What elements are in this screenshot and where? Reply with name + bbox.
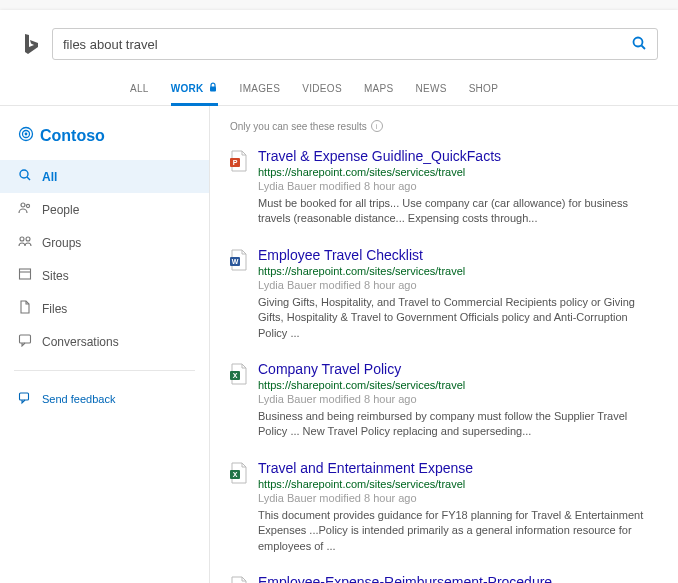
app-window: ALL WORK IMAGES VIDEOS MAPS NEWS SHOP — [0, 10, 678, 583]
search-input[interactable] — [63, 37, 631, 52]
result-url: https://sharepoint.com/sites/services/tr… — [258, 166, 658, 178]
file-type-icon: X — [230, 361, 248, 440]
chat-icon — [18, 333, 32, 350]
privacy-note: Only you can see these results i — [230, 120, 658, 132]
svg-text:X: X — [233, 372, 238, 379]
result-title-link[interactable]: Company Travel Policy — [258, 361, 658, 377]
file-type-icon: W — [230, 574, 248, 583]
svg-rect-15 — [20, 393, 29, 400]
result-meta: Lydia Bauer modified 8 hour ago — [258, 393, 658, 405]
feedback-label: Send feedback — [42, 393, 115, 405]
search-result: P Travel & Expense Guidline_QuickFacts h… — [230, 148, 658, 227]
search-result: X Travel and Entertainment Expense https… — [230, 460, 658, 554]
sidebar: Contoso All People Groups — [0, 106, 210, 583]
sidebar-item-label: People — [42, 203, 79, 217]
search-result: W Employee Travel Checklist https://shar… — [230, 247, 658, 341]
sidebar-item-label: Files — [42, 302, 67, 316]
content-body: Contoso All People Groups — [0, 106, 678, 583]
search-icon[interactable] — [631, 35, 647, 54]
result-snippet: Business and being reimbursed by company… — [258, 409, 658, 440]
svg-text:W: W — [232, 258, 239, 265]
search-box[interactable] — [52, 28, 658, 60]
svg-line-1 — [642, 45, 646, 49]
svg-point-8 — [21, 203, 25, 207]
org-header: Contoso — [0, 118, 209, 160]
scope-tabs: ALL WORK IMAGES VIDEOS MAPS NEWS SHOP — [0, 74, 678, 106]
result-meta: Lydia Bauer modified 8 hour ago — [258, 492, 658, 504]
search-small-icon — [18, 168, 32, 185]
svg-rect-2 — [210, 87, 216, 92]
groups-icon — [18, 234, 32, 251]
sidebar-item-label: Conversations — [42, 335, 119, 349]
result-title-link[interactable]: Travel and Entertainment Expense — [258, 460, 658, 476]
sidebar-item-label: Sites — [42, 269, 69, 283]
result-title-link[interactable]: Employee-Expense-Reimbursement-Procedure — [258, 574, 658, 583]
tab-all[interactable]: ALL — [130, 74, 149, 106]
result-url: https://sharepoint.com/sites/services/tr… — [258, 265, 658, 277]
sidebar-item-conversations[interactable]: Conversations — [0, 325, 209, 358]
svg-point-9 — [26, 204, 29, 207]
file-type-icon: W — [230, 247, 248, 341]
info-icon[interactable]: i — [371, 120, 383, 132]
result-title-link[interactable]: Travel & Expense Guidline_QuickFacts — [258, 148, 658, 164]
tab-videos[interactable]: VIDEOS — [302, 74, 342, 106]
svg-line-7 — [27, 177, 30, 180]
tab-work[interactable]: WORK — [171, 74, 218, 106]
feedback-icon — [18, 391, 32, 407]
result-snippet: Must be booked for all trips... Use comp… — [258, 196, 658, 227]
svg-point-11 — [26, 237, 30, 241]
svg-point-10 — [20, 237, 24, 241]
target-icon — [18, 126, 34, 146]
lock-icon — [208, 82, 218, 94]
bing-logo-icon — [22, 33, 40, 58]
sidebar-divider — [14, 370, 195, 371]
svg-rect-14 — [20, 335, 31, 343]
result-url: https://sharepoint.com/sites/services/tr… — [258, 478, 658, 490]
search-bar — [0, 10, 678, 74]
svg-point-6 — [20, 170, 28, 178]
svg-rect-12 — [20, 269, 31, 279]
result-url: https://sharepoint.com/sites/services/tr… — [258, 379, 658, 391]
results-panel: Only you can see these results i P Trave… — [210, 106, 678, 583]
result-meta: Lydia Bauer modified 8 hour ago — [258, 279, 658, 291]
tab-maps[interactable]: MAPS — [364, 74, 394, 106]
sites-icon — [18, 267, 32, 284]
result-snippet: This document provides guidance for FY18… — [258, 508, 658, 554]
result-meta: Lydia Bauer modified 8 hour ago — [258, 180, 658, 192]
tab-news[interactable]: NEWS — [415, 74, 446, 106]
sidebar-item-label: Groups — [42, 236, 81, 250]
file-type-icon: X — [230, 460, 248, 554]
sidebar-item-people[interactable]: People — [0, 193, 209, 226]
file-type-icon: P — [230, 148, 248, 227]
people-icon — [18, 201, 32, 218]
sidebar-item-all[interactable]: All — [0, 160, 209, 193]
result-title-link[interactable]: Employee Travel Checklist — [258, 247, 658, 263]
files-icon — [18, 300, 32, 317]
svg-point-5 — [25, 133, 28, 136]
sidebar-item-files[interactable]: Files — [0, 292, 209, 325]
result-snippet: Giving Gifts, Hospitality, and Travel to… — [258, 295, 658, 341]
svg-text:P: P — [233, 159, 238, 166]
privacy-text: Only you can see these results — [230, 121, 367, 132]
svg-text:X: X — [233, 471, 238, 478]
search-result: X Company Travel Policy https://sharepoi… — [230, 361, 658, 440]
tab-work-label: WORK — [171, 83, 204, 94]
tab-images[interactable]: IMAGES — [240, 74, 281, 106]
search-result: W Employee-Expense-Reimbursement-Procedu… — [230, 574, 658, 583]
org-name-label: Contoso — [40, 127, 105, 145]
sidebar-item-label: All — [42, 170, 57, 184]
sidebar-item-groups[interactable]: Groups — [0, 226, 209, 259]
send-feedback-link[interactable]: Send feedback — [0, 383, 209, 415]
sidebar-item-sites[interactable]: Sites — [0, 259, 209, 292]
tab-shop[interactable]: SHOP — [469, 74, 499, 106]
svg-point-0 — [634, 37, 643, 46]
